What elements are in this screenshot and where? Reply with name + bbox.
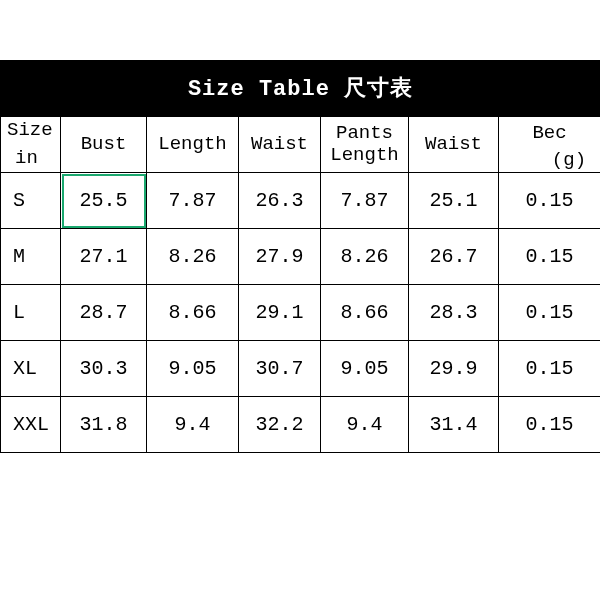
cell-waist1: 29.1 [239, 285, 321, 341]
header-length: Length [147, 117, 239, 173]
cell-pants-length: 9.05 [321, 341, 409, 397]
cell-size: M [1, 229, 61, 285]
cell-pants-length: 8.66 [321, 285, 409, 341]
cell-bust: 25.5 [61, 173, 147, 229]
header-size-unit: in [7, 143, 56, 171]
cell-waist2: 28.3 [409, 285, 499, 341]
cell-bec: 0.15 [499, 397, 601, 453]
cell-length: 8.26 [147, 229, 239, 285]
cell-size: L [1, 285, 61, 341]
header-bust: Bust [61, 117, 147, 173]
cell-waist1: 32.2 [239, 397, 321, 453]
header-size: Size in [1, 117, 61, 173]
header-row: Size in Bust Length Waist Pants Length W… [1, 117, 601, 173]
table-row: S 25.5 7.87 26.3 7.87 25.1 0.15 [1, 173, 601, 229]
size-table: Size Table 尺寸表 Size in Bust Length Waist… [0, 60, 600, 453]
cell-waist2: 31.4 [409, 397, 499, 453]
header-waist1: Waist [239, 117, 321, 173]
size-table-container: Size Table 尺寸表 Size in Bust Length Waist… [0, 0, 600, 453]
cell-size: S [1, 173, 61, 229]
header-waist2: Waist [409, 117, 499, 173]
cell-length: 9.05 [147, 341, 239, 397]
cell-bust: 27.1 [61, 229, 147, 285]
table-row: XL 30.3 9.05 30.7 9.05 29.9 0.15 [1, 341, 601, 397]
table-row: XXL 31.8 9.4 32.2 9.4 31.4 0.15 [1, 397, 601, 453]
header-bec-label: Bec [532, 122, 566, 144]
cell-bec: 0.15 [499, 285, 601, 341]
cell-pants-length: 7.87 [321, 173, 409, 229]
cell-bec: 0.15 [499, 229, 601, 285]
cell-bust: 30.3 [61, 341, 147, 397]
cell-length: 9.4 [147, 397, 239, 453]
header-bec: Bec (g) [499, 117, 601, 173]
table-row: M 27.1 8.26 27.9 8.26 26.7 0.15 [1, 229, 601, 285]
cell-bec: 0.15 [499, 341, 601, 397]
header-bec-unit: (g) [503, 145, 596, 172]
header-pants-length: Pants Length [321, 117, 409, 173]
header-size-label: Size [7, 119, 53, 141]
cell-waist2: 25.1 [409, 173, 499, 229]
cell-bust: 28.7 [61, 285, 147, 341]
cell-bust: 31.8 [61, 397, 147, 453]
cell-pants-length: 8.26 [321, 229, 409, 285]
cell-pants-length: 9.4 [321, 397, 409, 453]
cell-size: XL [1, 341, 61, 397]
cell-waist1: 26.3 [239, 173, 321, 229]
cell-size: XXL [1, 397, 61, 453]
cell-waist1: 30.7 [239, 341, 321, 397]
cell-length: 8.66 [147, 285, 239, 341]
cell-bec: 0.15 [499, 173, 601, 229]
cell-waist2: 29.9 [409, 341, 499, 397]
cell-length: 7.87 [147, 173, 239, 229]
title-row: Size Table 尺寸表 [1, 61, 601, 117]
cell-waist2: 26.7 [409, 229, 499, 285]
cell-waist1: 27.9 [239, 229, 321, 285]
table-title: Size Table 尺寸表 [1, 61, 601, 117]
table-row: L 28.7 8.66 29.1 8.66 28.3 0.15 [1, 285, 601, 341]
